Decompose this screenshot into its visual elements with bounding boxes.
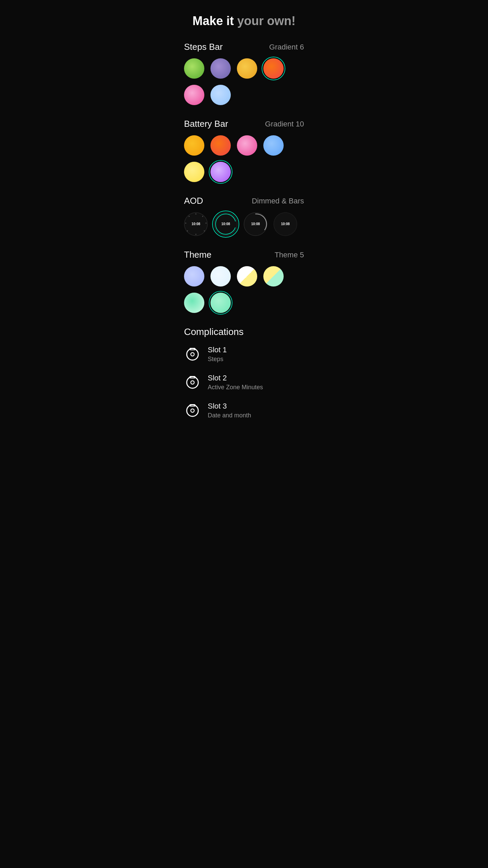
aod-face-1[interactable]: 10:08 xyxy=(184,212,208,236)
svg-point-1 xyxy=(196,214,197,215)
aod-section: AOD Dimmed & Bars 10:08 xyxy=(184,196,304,236)
battery-bar-colors xyxy=(184,135,304,182)
title-part2: your own! xyxy=(237,14,296,28)
steps-color-6[interactable] xyxy=(210,85,231,105)
title-part1: Make it xyxy=(192,14,237,28)
svg-point-21 xyxy=(191,381,194,384)
slot-3-item[interactable]: Slot 3 Date and month xyxy=(184,402,304,419)
battery-bar-header: Battery Bar Gradient 10 xyxy=(184,119,304,129)
slot-3-subtitle: Date and month xyxy=(208,412,251,419)
steps-bar-colors xyxy=(184,58,304,105)
battery-color-6[interactable] xyxy=(210,162,231,182)
slot-1-title: Slot 1 xyxy=(208,346,227,354)
aod-face-3[interactable]: 10:08 xyxy=(244,212,267,236)
svg-point-8 xyxy=(189,216,190,217)
aod-label: AOD xyxy=(184,196,203,206)
battery-bar-label: Battery Bar xyxy=(184,119,228,129)
theme-color-5[interactable] xyxy=(184,293,204,313)
svg-point-6 xyxy=(187,231,188,232)
slot-1-info: Slot 1 Steps xyxy=(208,346,227,363)
battery-color-5[interactable] xyxy=(184,162,204,182)
svg-point-18 xyxy=(191,353,194,356)
theme-color-2[interactable] xyxy=(210,266,231,287)
steps-color-3[interactable] xyxy=(237,58,257,79)
page-title: Make it your own! xyxy=(184,14,304,28)
theme-color-6[interactable] xyxy=(210,293,231,313)
theme-section: Theme Theme 5 xyxy=(184,250,304,313)
battery-color-1[interactable] xyxy=(184,135,204,156)
svg-point-7 xyxy=(185,223,186,224)
steps-color-1[interactable] xyxy=(184,58,204,79)
complications-label: Complications xyxy=(184,327,304,337)
steps-bar-header: Steps Bar Gradient 6 xyxy=(184,42,304,52)
theme-label: Theme xyxy=(184,250,211,260)
svg-point-24 xyxy=(191,409,194,412)
complications-section: Complications Slot 1 Steps Slot 2 Active… xyxy=(184,327,304,419)
slot-3-title: Slot 3 xyxy=(208,402,251,411)
battery-color-4[interactable] xyxy=(263,135,284,156)
theme-color-4[interactable] xyxy=(263,266,284,287)
slot-2-subtitle: Active Zone Minutes xyxy=(208,384,263,391)
battery-bar-value: Gradient 10 xyxy=(265,120,304,129)
steps-color-5[interactable] xyxy=(184,85,204,105)
battery-bar-section: Battery Bar Gradient 10 xyxy=(184,119,304,182)
slot-1-item[interactable]: Slot 1 Steps xyxy=(184,346,304,363)
aod-face-4[interactable]: 10:08 xyxy=(273,212,297,236)
slot-3-icon xyxy=(184,402,201,419)
battery-color-3[interactable] xyxy=(237,135,257,156)
theme-color-1[interactable] xyxy=(184,266,204,287)
slot-1-icon xyxy=(184,346,201,363)
slot-2-icon xyxy=(184,374,201,391)
battery-color-2[interactable] xyxy=(210,135,231,156)
steps-color-2[interactable] xyxy=(210,58,231,79)
slot-2-info: Slot 2 Active Zone Minutes xyxy=(208,374,263,391)
theme-colors xyxy=(184,266,304,313)
svg-text:10:08: 10:08 xyxy=(221,222,230,226)
svg-point-20 xyxy=(187,377,198,388)
aod-header: AOD Dimmed & Bars xyxy=(184,196,304,206)
svg-point-3 xyxy=(206,223,207,224)
steps-bar-section: Steps Bar Gradient 6 xyxy=(184,42,304,105)
svg-point-2 xyxy=(202,216,203,217)
slot-3-info: Slot 3 Date and month xyxy=(208,402,251,419)
theme-color-3[interactable] xyxy=(237,266,257,287)
theme-header: Theme Theme 5 xyxy=(184,250,304,260)
aod-faces-row: 10:08 10:08 10:08 10:08 xyxy=(184,212,304,236)
svg-text:10:08: 10:08 xyxy=(281,222,290,226)
steps-color-4[interactable] xyxy=(263,58,284,79)
svg-point-17 xyxy=(187,349,198,360)
aod-value: Dimmed & Bars xyxy=(252,197,304,205)
svg-text:10:08: 10:08 xyxy=(191,222,200,226)
svg-point-23 xyxy=(187,405,198,416)
svg-point-5 xyxy=(196,234,197,235)
slot-2-title: Slot 2 xyxy=(208,374,263,382)
svg-text:10:08: 10:08 xyxy=(251,222,260,226)
slot-1-subtitle: Steps xyxy=(208,356,227,363)
theme-value: Theme 5 xyxy=(274,251,304,259)
steps-bar-label: Steps Bar xyxy=(184,42,223,52)
aod-face-2[interactable]: 10:08 xyxy=(214,212,238,236)
svg-point-4 xyxy=(204,231,205,232)
slot-2-item[interactable]: Slot 2 Active Zone Minutes xyxy=(184,374,304,391)
steps-bar-value: Gradient 6 xyxy=(269,43,304,52)
